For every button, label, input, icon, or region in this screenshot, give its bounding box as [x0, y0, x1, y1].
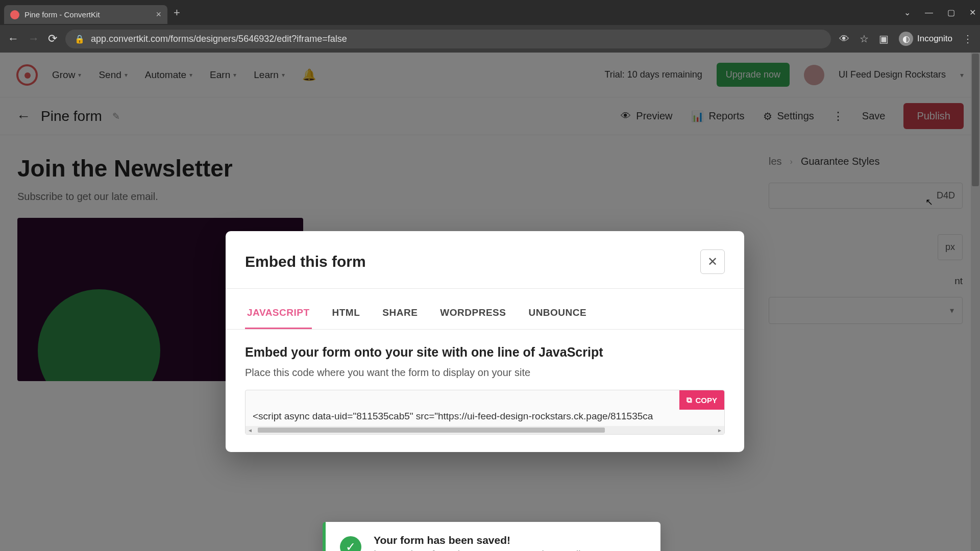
toast-title: Your form has been saved!: [374, 534, 594, 546]
tab-title: Pine form - ConvertKit: [24, 10, 151, 19]
maximize-icon[interactable]: ▢: [947, 8, 955, 17]
favicon-icon: [10, 10, 19, 19]
browser-tab[interactable]: Pine form - ConvertKit ×: [4, 5, 167, 24]
copy-icon: ⧉: [687, 395, 692, 405]
window-controls: ⌄ — ▢ ✕: [904, 8, 976, 17]
browser-menu-icon[interactable]: ⋮: [963, 33, 973, 45]
url-text: app.convertkit.com/forms/designers/56469…: [91, 34, 347, 44]
code-text[interactable]: <script async data-uid="811535cab5" src=…: [246, 390, 724, 426]
url-input[interactable]: 🔒 app.convertkit.com/forms/designers/564…: [65, 30, 831, 48]
embed-tabs: JAVASCRIPT HTML SHARE WORDPRESS UNBOUNCE: [226, 302, 744, 330]
page-viewport: Grow▾ Send▾ Automate▾ Earn▾ Learn▾ 🔔 Tri…: [0, 53, 980, 551]
back-button[interactable]: ←: [7, 32, 19, 45]
lock-icon: 🔒: [75, 34, 85, 44]
copy-button[interactable]: ⧉COPY: [679, 390, 724, 410]
incognito-icon: ◐: [899, 32, 913, 46]
scrollbar-thumb[interactable]: [258, 428, 605, 433]
reload-button[interactable]: ⟳: [48, 32, 57, 45]
code-snippet-box: ⧉COPY <script async data-uid="811535cab5…: [245, 390, 725, 435]
forward-button[interactable]: →: [28, 32, 40, 45]
embed-instruction: Place this code where you want the form …: [245, 367, 725, 379]
dropdown-icon[interactable]: ⌄: [904, 8, 911, 17]
close-window-icon[interactable]: ✕: [969, 8, 976, 17]
new-tab-button[interactable]: +: [174, 6, 180, 19]
minimize-icon[interactable]: —: [925, 8, 933, 17]
scroll-left-icon[interactable]: ◄: [248, 428, 253, 433]
browser-tab-strip: Pine form - ConvertKit × + ⌄ — ▢ ✕: [0, 0, 980, 25]
panel-icon[interactable]: ▣: [879, 33, 889, 45]
divider: [226, 288, 744, 289]
profile-chip[interactable]: ◐ Incognito: [899, 32, 952, 46]
embed-modal: Embed this form ✕ JAVASCRIPT HTML SHARE …: [226, 231, 744, 452]
close-tab-icon[interactable]: ×: [156, 9, 161, 20]
tab-javascript[interactable]: JAVASCRIPT: [245, 302, 312, 329]
tab-wordpress[interactable]: WORDPRESS: [438, 302, 508, 329]
modal-title: Embed this form: [245, 253, 366, 270]
address-bar: ← → ⟳ 🔒 app.convertkit.com/forms/designe…: [0, 25, 980, 53]
tab-share[interactable]: SHARE: [380, 302, 420, 329]
toast-message: It may take a few minutes to see your ch…: [374, 548, 594, 551]
check-icon: ✓: [340, 536, 361, 551]
horizontal-scrollbar[interactable]: ◄ ►: [246, 426, 724, 434]
scroll-right-icon[interactable]: ►: [717, 428, 722, 433]
modal-close-button[interactable]: ✕: [700, 249, 725, 274]
tab-html[interactable]: HTML: [330, 302, 362, 329]
tab-unbounce[interactable]: UNBOUNCE: [526, 302, 589, 329]
embed-heading: Embed your form onto your site with one …: [245, 345, 725, 360]
profile-label: Incognito: [917, 34, 952, 44]
copy-label: COPY: [695, 396, 717, 405]
success-toast: ✓ Your form has been saved! It may take …: [323, 522, 660, 551]
bookmark-icon[interactable]: ☆: [860, 33, 869, 45]
eye-off-icon[interactable]: 👁: [839, 33, 849, 45]
